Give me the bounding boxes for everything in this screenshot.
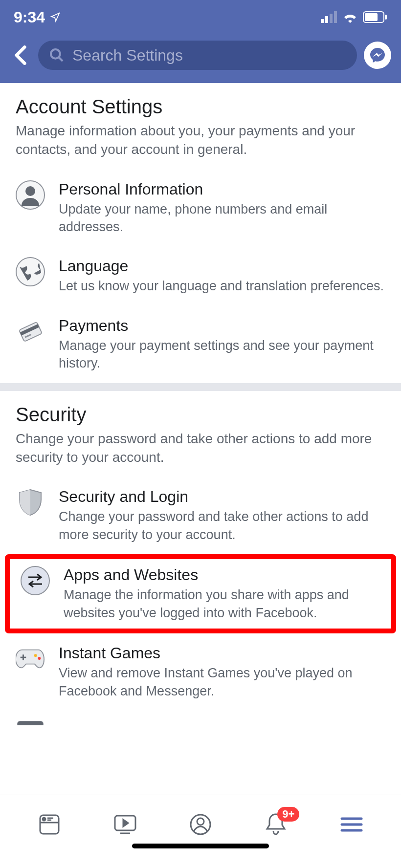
notification-badge: 9+ [277,807,299,822]
transfer-icon [21,566,50,595]
search-input[interactable] [72,46,346,65]
tab-watch[interactable] [111,810,140,839]
section-subtitle: Change your password and take other acti… [16,430,385,467]
svg-point-20 [34,654,37,657]
battery-icon [363,11,387,23]
svg-marker-30 [123,820,128,826]
credit-card-icon [16,317,45,346]
feed-icon [38,813,61,836]
svg-point-26 [43,818,45,821]
status-right-icons [321,11,387,23]
tab-feed[interactable] [35,810,64,839]
item-instant-games[interactable]: Instant Games View and remove Instant Ga… [0,633,401,711]
search-icon [49,47,65,63]
header [0,34,401,83]
item-subtitle: Let us know your language and translatio… [59,277,385,295]
svg-point-7 [51,49,60,59]
svg-point-15 [21,566,49,595]
hamburger-icon [340,816,363,833]
location-icon [50,12,61,22]
svg-rect-2 [330,14,333,23]
globe-icon [16,257,45,286]
svg-point-10 [25,186,35,196]
item-subtitle: Change your password and take other acti… [59,508,385,543]
section-divider [0,383,401,391]
item-title: Payments [59,317,385,335]
svg-point-21 [38,657,41,660]
card-icon [16,716,45,725]
person-icon [16,180,45,210]
messenger-icon [369,46,386,64]
highlighted-item: Apps and Websites Manage the information… [5,554,396,633]
svg-rect-23 [18,721,43,725]
tab-profile[interactable] [186,810,215,839]
svg-line-8 [59,57,63,61]
status-time-text: 9:34 [14,8,45,26]
svg-rect-0 [321,19,324,23]
item-language[interactable]: Language Let us know your language and t… [0,246,401,305]
item-subtitle: Manage the information you share with ap… [64,586,380,622]
section-title: Security [16,404,385,426]
back-button[interactable] [10,44,31,66]
chevron-left-icon [14,45,27,65]
status-bar: 9:34 [0,0,401,34]
item-title: Personal Information [59,180,385,198]
item-subtitle: Manage your payment settings and see you… [59,337,385,372]
status-time: 9:34 [14,8,61,26]
svg-rect-1 [325,16,328,23]
watch-icon [112,813,138,836]
svg-rect-6 [385,15,387,20]
messenger-button[interactable] [364,42,391,69]
home-indicator [132,844,269,848]
item-title: Instant Games [59,644,385,662]
search-box[interactable] [38,41,357,70]
wifi-icon [342,11,358,23]
section-title: Account Settings [16,96,385,118]
item-title: Language [59,257,385,275]
svg-rect-3 [334,11,337,23]
svg-point-33 [197,818,204,825]
svg-rect-5 [365,13,378,21]
item-partial[interactable] [0,711,401,725]
shield-icon [16,488,45,517]
item-title: Apps and Websites [64,566,380,584]
item-title: Security and Login [59,488,385,506]
item-apps-websites[interactable]: Apps and Websites Manage the information… [21,566,380,622]
content-area: Account Settings Manage information abou… [0,83,401,795]
tab-notifications[interactable]: 9+ [261,810,290,839]
item-subtitle: View and remove Instant Games you've pla… [59,664,385,700]
section-subtitle: Manage information about you, your payme… [16,122,385,159]
item-subtitle: Update your name, phone numbers and emai… [59,200,385,236]
item-payments[interactable]: Payments Manage your payment settings an… [0,306,401,383]
profile-icon [189,813,212,836]
section-security: Security Change your password and take o… [0,391,401,477]
bottom-tab-bar: 9+ [0,795,401,853]
signal-icon [321,11,337,23]
gamepad-icon [16,644,45,673]
item-personal-information[interactable]: Personal Information Update your name, p… [0,170,401,247]
section-account: Account Settings Manage information abou… [0,83,401,170]
tab-menu[interactable] [337,810,366,839]
item-security-login[interactable]: Security and Login Change your password … [0,477,401,554]
